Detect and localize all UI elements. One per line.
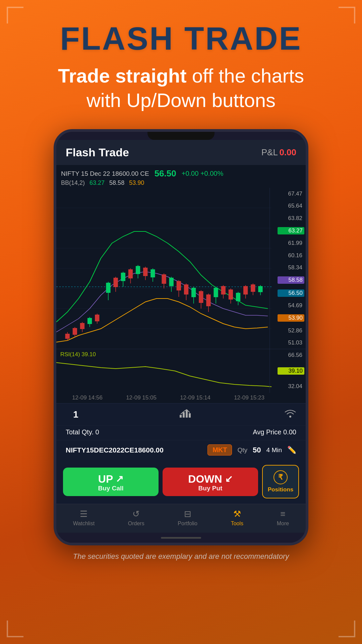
svg-rect-35	[169, 278, 174, 286]
pnl-display: P&L 0.00	[261, 147, 296, 158]
edit-icon[interactable]: ✏️	[287, 446, 296, 454]
subtitle-bold: Trade straight	[58, 65, 187, 87]
total-qty-label: Total Qty.	[66, 428, 94, 436]
svg-rect-21	[114, 278, 118, 287]
corner-decoration-tl	[7, 7, 23, 23]
svg-rect-63	[183, 412, 185, 418]
up-buy-call-button[interactable]: UP ↗ Buy Call	[63, 468, 159, 496]
bb-v2: 58.58	[109, 179, 124, 186]
chart-instrument: NIFTY 15 Dec 22 18600.00 CE	[61, 170, 149, 177]
bb-label: BB(14,2)	[61, 179, 85, 186]
svg-rect-62	[180, 415, 182, 418]
rsi-value: 39.10	[81, 351, 96, 358]
nav-tools[interactable]: ⚒ Tools	[231, 509, 243, 527]
avg-price-value: 0.00	[283, 428, 296, 436]
controls-row	[56, 403, 306, 425]
price-level-bb-lower: 53.90	[278, 314, 304, 322]
rupee-icon: ₹	[274, 470, 288, 484]
app-header: Flash Trade P&L 0.00	[56, 140, 306, 165]
chart-area: 67.47 65.64 63.82 63.27 61.99 60.16 58.3…	[56, 188, 306, 349]
bottom-navigation: ☰ Watchlist ↺ Orders ⊟ Portfolio ⚒ Tools…	[56, 504, 306, 533]
rsi-label: RSI(14) 39.10	[60, 351, 96, 358]
svg-rect-57	[251, 284, 255, 292]
svg-rect-65	[189, 413, 191, 418]
pnl-value: 0.00	[279, 147, 296, 157]
svg-rect-31	[150, 269, 155, 277]
corner-decoration-bl	[7, 621, 23, 637]
svg-rect-11	[73, 328, 77, 335]
price-level-7: 54.69	[278, 302, 304, 309]
signal-icon[interactable]	[284, 408, 296, 421]
page-header: FLASH TRADE Trade straight off the chart…	[0, 0, 362, 119]
nav-portfolio[interactable]: ⊟ Portfolio	[178, 509, 197, 527]
price-level-4: 61.99	[278, 240, 304, 247]
up-sub-label: Buy Call	[98, 485, 123, 491]
nav-more[interactable]: ≡ More	[277, 509, 289, 527]
chart-change: +0.00 +0.00%	[182, 170, 224, 177]
rsi-axis-top: 66.56	[278, 352, 304, 359]
action-buttons: UP ↗ Buy Call DOWN ↙ Buy Put ₹ Positions	[56, 460, 306, 504]
price-level-5: 60.16	[278, 252, 304, 259]
price-level-1: 67.47	[278, 191, 304, 197]
nav-watchlist[interactable]: ☰ Watchlist	[73, 509, 95, 527]
time-1: 12-09 14:56	[72, 394, 103, 401]
svg-rect-17	[95, 315, 99, 321]
svg-rect-49	[221, 286, 226, 294]
chart-price: 56.50	[155, 168, 176, 179]
down-sub-label: Buy Put	[198, 485, 223, 491]
page-title: FLASH TRADE	[13, 20, 349, 57]
quantity-input[interactable]	[66, 409, 86, 420]
down-label: DOWN	[188, 474, 222, 484]
rsi-price-axis: 66.56 39.10 32.04	[276, 349, 306, 392]
tools-icon: ⚒	[233, 509, 241, 519]
svg-rect-39	[184, 284, 188, 294]
svg-rect-45	[206, 294, 210, 306]
avg-price-label: Avg Price	[253, 428, 281, 436]
rsi-axis-mid: 39.10	[278, 367, 304, 375]
svg-rect-15	[87, 318, 92, 324]
order-symbol: NIFTY15DEC2022CE18600.00	[66, 446, 202, 454]
nav-more-label: More	[277, 521, 289, 527]
nav-orders[interactable]: ↺ Orders	[128, 509, 144, 527]
phone-frame: Flash Trade P&L 0.00 NIFTY 15 Dec 22 186…	[54, 129, 308, 545]
price-level-9: 51.03	[278, 339, 304, 346]
rsi-axis-bot: 32.04	[278, 383, 304, 390]
portfolio-icon: ⊟	[184, 509, 191, 519]
svg-rect-23	[121, 273, 125, 281]
app-title: Flash Trade	[66, 146, 129, 159]
svg-rect-53	[236, 293, 240, 301]
trade-info-row: Total Qty. 0 Avg Price 0.00	[56, 425, 306, 440]
up-arrow-icon: ↗	[116, 474, 123, 484]
pnl-label: P&L	[261, 147, 278, 157]
svg-rect-19	[106, 283, 110, 293]
svg-rect-29	[143, 268, 147, 276]
phone-mockup: Flash Trade P&L 0.00 NIFTY 15 Dec 22 186…	[0, 129, 362, 545]
positions-button[interactable]: ₹ Positions	[262, 465, 299, 498]
order-qty-value: 50	[253, 446, 261, 454]
chart-header: NIFTY 15 Dec 22 18600.00 CE 56.50 +0.00 …	[56, 165, 306, 188]
total-qty-value: 0	[96, 428, 99, 436]
avg-price-display: Avg Price 0.00	[253, 428, 296, 436]
watchlist-icon: ☰	[80, 509, 87, 519]
svg-rect-51	[229, 289, 233, 300]
bb-v3: 53.90	[129, 179, 144, 186]
corner-decoration-tr	[339, 7, 355, 23]
chart-title-row: NIFTY 15 Dec 22 18600.00 CE 56.50 +0.00 …	[61, 168, 301, 179]
footer: The securities quoted are exemplary and …	[0, 545, 362, 568]
nav-orders-label: Orders	[128, 521, 144, 527]
chart-icon[interactable]	[179, 408, 191, 421]
positions-label: Positions	[268, 486, 294, 493]
time-axis: 12-09 14:56 12-09 15:05 12-09 15:14 12-0…	[56, 392, 306, 403]
rsi-area: RSI(14) 39.10 66.56 39.10 32.04	[56, 349, 306, 392]
svg-point-66	[289, 416, 291, 418]
order-type-badge[interactable]: MKT	[207, 444, 232, 455]
svg-rect-33	[162, 274, 166, 284]
price-level-2: 65.64	[278, 203, 304, 209]
candlestick-chart	[56, 188, 306, 349]
price-level-6: 58.34	[278, 264, 304, 271]
order-time: 4 Min	[266, 446, 282, 454]
down-buy-put-button[interactable]: DOWN ↙ Buy Put	[163, 468, 258, 496]
price-level-bb-mid: 58.58	[278, 276, 304, 284]
svg-rect-13	[80, 323, 84, 329]
time-3: 12-09 15:14	[180, 394, 210, 401]
